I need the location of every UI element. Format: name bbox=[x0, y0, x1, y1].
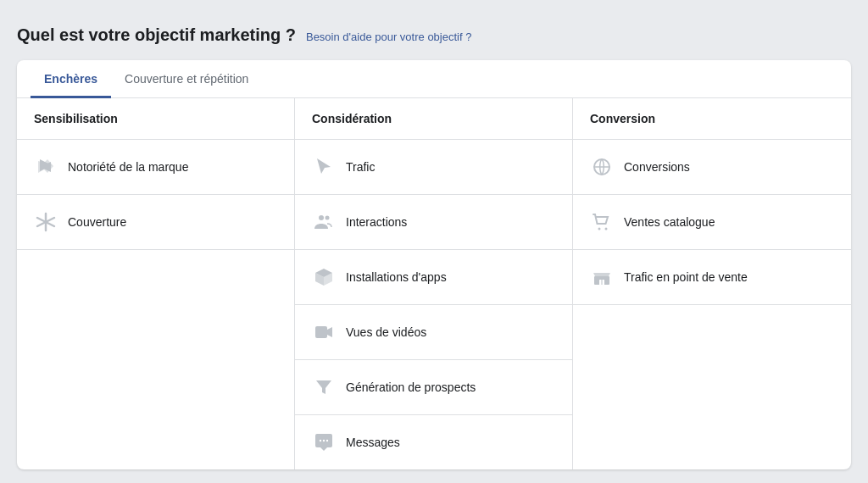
item-videos[interactable]: Vues de vidéos bbox=[295, 305, 572, 360]
item-apps-label: Installations d'apps bbox=[346, 270, 447, 284]
svg-point-10 bbox=[598, 228, 601, 230]
tab-couverture[interactable]: Couverture et répétition bbox=[111, 60, 262, 98]
svg-point-3 bbox=[319, 215, 324, 220]
filter-icon bbox=[312, 375, 336, 399]
col-header-sensibilisation: Sensibilisation bbox=[17, 98, 295, 140]
item-trafic[interactable]: Trafic bbox=[295, 140, 572, 195]
flag-icon bbox=[34, 155, 58, 179]
item-notoriete[interactable]: Notoriété de la marque bbox=[17, 140, 294, 195]
cursor-icon bbox=[312, 155, 336, 179]
col-sensibilisation: Notoriété de la marque Couverture bbox=[17, 140, 295, 469]
item-notoriete-label: Notoriété de la marque bbox=[68, 160, 188, 174]
col-header-conversion: Conversion bbox=[573, 98, 851, 140]
col1-filler bbox=[17, 250, 294, 469]
column-headers: Sensibilisation Considération Conversion bbox=[17, 98, 851, 140]
item-prospects[interactable]: Génération de prospects bbox=[295, 360, 572, 415]
page-title: Quel est votre objectif marketing ? bbox=[17, 25, 296, 45]
main-card: Enchères Couverture et répétition Sensib… bbox=[17, 60, 851, 469]
item-couverture[interactable]: Couverture bbox=[17, 195, 294, 250]
col3-filler bbox=[573, 305, 851, 469]
item-messages[interactable]: Messages bbox=[295, 415, 572, 469]
main-container: Quel est votre objectif marketing ? Beso… bbox=[17, 25, 851, 469]
item-interactions[interactable]: Interactions bbox=[295, 195, 572, 250]
item-messages-label: Messages bbox=[346, 436, 400, 449]
video-icon bbox=[312, 320, 336, 344]
globe-icon bbox=[590, 155, 614, 179]
col-conversion: Conversions Ventes catalogue bbox=[573, 140, 851, 469]
box-icon bbox=[312, 265, 336, 289]
col-consideration: Trafic Interactions bbox=[295, 140, 573, 469]
svg-rect-5 bbox=[315, 326, 327, 338]
svg-point-11 bbox=[605, 228, 608, 230]
item-ventes-label: Ventes catalogue bbox=[624, 215, 715, 229]
item-couverture-label: Couverture bbox=[68, 215, 126, 229]
store-icon bbox=[590, 265, 614, 289]
item-conversions[interactable]: Conversions bbox=[573, 140, 851, 195]
people-icon bbox=[312, 210, 336, 234]
svg-point-7 bbox=[323, 440, 325, 441]
item-trafic-label: Trafic bbox=[346, 160, 375, 174]
col-header-consideration: Considération bbox=[295, 98, 573, 140]
help-link[interactable]: Besoin d'aide pour votre objectif ? bbox=[306, 31, 471, 43]
item-conversions-label: Conversions bbox=[624, 160, 690, 174]
svg-point-6 bbox=[320, 440, 321, 441]
item-ventes[interactable]: Ventes catalogue bbox=[573, 195, 851, 250]
svg-point-4 bbox=[326, 216, 330, 220]
item-apps[interactable]: Installations d'apps bbox=[295, 250, 572, 305]
item-trafic-vente-label: Trafic en point de vente bbox=[624, 270, 748, 284]
asterisk-icon bbox=[34, 210, 58, 234]
item-videos-label: Vues de vidéos bbox=[346, 325, 426, 339]
item-interactions-label: Interactions bbox=[346, 215, 407, 229]
title-row: Quel est votre objectif marketing ? Beso… bbox=[17, 25, 851, 45]
objectives-grid: Notoriété de la marque Couverture bbox=[17, 140, 851, 469]
svg-point-8 bbox=[326, 440, 328, 441]
tabs-row: Enchères Couverture et répétition bbox=[17, 60, 851, 98]
chat-icon bbox=[312, 430, 336, 454]
tab-encheres[interactable]: Enchères bbox=[31, 60, 111, 98]
item-prospects-label: Génération de prospects bbox=[346, 380, 476, 394]
cart-icon bbox=[590, 210, 614, 234]
item-trafic-vente[interactable]: Trafic en point de vente bbox=[573, 250, 851, 305]
